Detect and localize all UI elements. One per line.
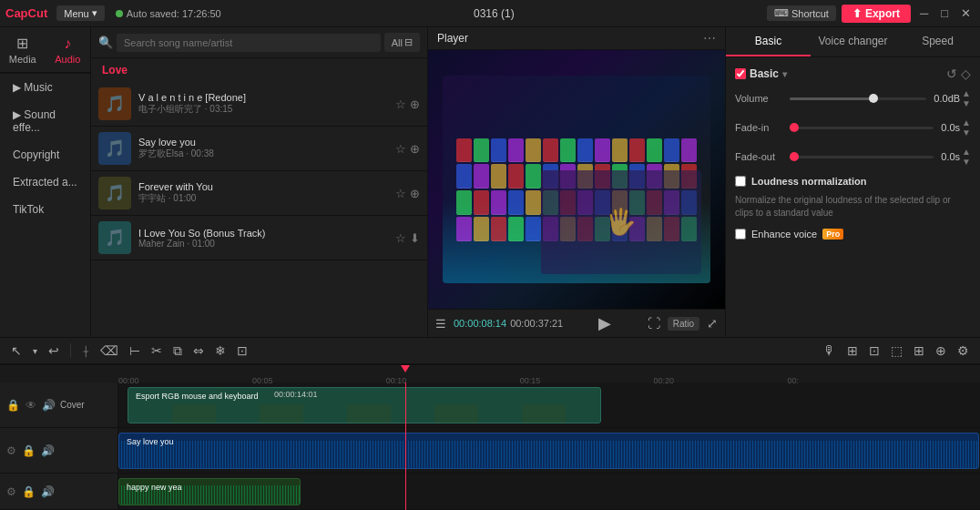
favorite-button[interactable]: ☆ bbox=[395, 97, 406, 111]
fullscreen-icon[interactable]: ⛶ bbox=[648, 316, 660, 331]
split-button[interactable]: ⟊ bbox=[78, 342, 93, 360]
track-settings-button[interactable]: ⚙ bbox=[5, 484, 17, 499]
playhead-triangle bbox=[401, 365, 410, 372]
fade-in-value-text: 0.0s bbox=[941, 122, 960, 133]
play-button[interactable]: ▶ bbox=[598, 313, 611, 333]
spin-up-icon[interactable]: ▲ bbox=[962, 147, 971, 157]
menu-arrow-icon: ▾ bbox=[92, 7, 97, 19]
track-body-video[interactable]: Esport RGB mouse and keyboard 00:00:14:0… bbox=[118, 382, 980, 427]
tab-speed[interactable]: Speed bbox=[895, 27, 980, 56]
track-settings-button[interactable]: ⚙ bbox=[5, 444, 17, 458]
timeline-settings-button[interactable]: ⚙ bbox=[954, 342, 973, 360]
tab-voice-changer[interactable]: Voice changer bbox=[811, 27, 895, 56]
add-button[interactable]: ⊕ bbox=[410, 187, 420, 200]
video-clip[interactable]: Esport RGB mouse and keyboard 00:00:14:0… bbox=[128, 387, 601, 423]
sidebar-item-extracted[interactable]: Extracted a... bbox=[0, 168, 90, 196]
list-item[interactable]: 🎵 I Love You So (Bonus Track) Maher Zain… bbox=[91, 216, 427, 260]
magnet-button[interactable]: ⊡ bbox=[865, 342, 883, 360]
copy-params-button[interactable]: ◇ bbox=[961, 66, 971, 81]
favorite-button[interactable]: ☆ bbox=[395, 187, 406, 200]
freeze-button[interactable]: ❄ bbox=[211, 342, 230, 360]
sidebar-item-copyright[interactable]: Copyright bbox=[0, 141, 90, 168]
track-lock-button[interactable]: 🔒 bbox=[5, 398, 21, 413]
favorite-button[interactable]: ☆ bbox=[395, 142, 406, 156]
list-item[interactable]: 🎵 Forever with You 宇宇站 · 01:00 ☆ ⊕ bbox=[91, 171, 427, 216]
enhance-checkbox[interactable] bbox=[735, 229, 746, 240]
spin-down-icon[interactable]: ▼ bbox=[962, 128, 971, 138]
fade-in-thumb[interactable] bbox=[790, 123, 799, 132]
filter-icon: ⊟ bbox=[404, 36, 413, 48]
mic-button[interactable]: 🎙 bbox=[820, 342, 840, 360]
spin-up-icon[interactable]: ▲ bbox=[962, 117, 971, 128]
menu-button[interactable]: Menu ▾ bbox=[56, 5, 105, 21]
export-button[interactable]: ⬆ Export bbox=[842, 5, 911, 23]
track-body-audio1[interactable]: Say love you bbox=[118, 428, 980, 473]
spin-up-icon[interactable]: ▲ bbox=[962, 88, 971, 98]
clip-label: Esport RGB mouse and keyboard bbox=[132, 390, 262, 403]
track-body-audio2[interactable]: happy new yea bbox=[118, 474, 980, 509]
track-sound-button[interactable]: 🔊 bbox=[40, 484, 56, 499]
search-input[interactable] bbox=[117, 34, 381, 52]
shortcut-button[interactable]: ⌨ Shortcut bbox=[767, 5, 836, 21]
tab-audio[interactable]: ♪ Audio bbox=[46, 27, 91, 73]
delete-button[interactable]: ⌫ bbox=[97, 342, 122, 360]
reset-button[interactable]: ↺ bbox=[946, 66, 957, 81]
add-button[interactable]: ⊕ bbox=[410, 142, 420, 156]
fade-out-value-text: 0.0s bbox=[941, 151, 960, 162]
fade-out-spinner[interactable]: ▲ ▼ bbox=[962, 147, 971, 167]
sidebar-item-music[interactable]: ▶ Music bbox=[0, 74, 90, 101]
download-button[interactable]: ⬇ bbox=[410, 231, 420, 245]
copy-button[interactable]: ⧉ bbox=[169, 342, 186, 361]
fade-out-slider[interactable] bbox=[790, 149, 934, 164]
close-button[interactable]: ✕ bbox=[957, 6, 975, 20]
add-button[interactable]: ⊕ bbox=[410, 97, 420, 111]
volume-thumb[interactable] bbox=[869, 94, 878, 103]
playlist-icon[interactable]: ☰ bbox=[435, 317, 446, 331]
spin-down-icon[interactable]: ▼ bbox=[962, 157, 971, 167]
fade-in-spinner[interactable]: ▲ ▼ bbox=[962, 117, 971, 138]
list-item[interactable]: 🎵 V a l e n t i n e [Redone] 电子小组听完了 · 0… bbox=[91, 82, 427, 127]
zoom-in-button[interactable]: ⊕ bbox=[932, 342, 950, 360]
track-sound-button[interactable]: 🔊 bbox=[41, 398, 56, 413]
sidebar-item-tiktok[interactable]: TikTok bbox=[0, 196, 90, 223]
spin-down-icon[interactable]: ▼ bbox=[962, 98, 971, 108]
restore-button[interactable]: □ bbox=[937, 6, 952, 20]
link-button[interactable]: ⊞ bbox=[843, 342, 862, 360]
basic-checkbox[interactable] bbox=[735, 68, 746, 79]
pip-button[interactable]: ⬚ bbox=[887, 342, 906, 360]
player-menu-button[interactable]: ⋯ bbox=[703, 31, 716, 46]
loudness-checkbox[interactable] bbox=[735, 176, 746, 187]
select-arrow-button[interactable]: ▾ bbox=[29, 344, 41, 358]
track-lock-button[interactable]: 🔒 bbox=[21, 484, 36, 499]
tab-basic[interactable]: Basic bbox=[726, 27, 811, 56]
loudness-label: Loudness normalization bbox=[751, 176, 867, 187]
select-tool-button[interactable]: ↖ bbox=[7, 342, 26, 360]
track-lock-button[interactable]: 🔒 bbox=[21, 444, 36, 458]
mirror-button[interactable]: ⇔ bbox=[189, 342, 208, 360]
fade-in-slider[interactable] bbox=[790, 120, 934, 135]
volume-spinner[interactable]: ▲ ▼ bbox=[962, 88, 971, 108]
grid-button[interactable]: ⊞ bbox=[910, 342, 928, 360]
volume-slider[interactable] bbox=[790, 91, 926, 106]
favorite-button[interactable]: ☆ bbox=[395, 231, 406, 245]
list-item[interactable]: 🎵 Say love you 罗艺歌Elsa · 00:38 ☆ ⊕ bbox=[91, 127, 427, 171]
ratio-button[interactable]: Ratio bbox=[668, 317, 699, 331]
song-info: Forever with You 宇宇站 · 01:00 bbox=[138, 181, 388, 205]
audio-clip[interactable]: Say love you bbox=[118, 433, 979, 469]
clip-time: 00:00:14:01 bbox=[274, 390, 318, 399]
undo-button[interactable]: ↩ bbox=[45, 342, 63, 360]
trim-button[interactable]: ⊢ bbox=[126, 342, 144, 360]
export-icon: ⬆ bbox=[852, 7, 862, 20]
cut-button[interactable]: ✂ bbox=[148, 342, 166, 360]
audio-clip-2[interactable]: happy new yea bbox=[118, 478, 301, 505]
track-sound-button[interactable]: 🔊 bbox=[40, 444, 56, 458]
tab-media[interactable]: ⊞ Media bbox=[0, 27, 46, 73]
basic-section-header: Basic ▾ ↺ ◇ bbox=[735, 66, 971, 81]
all-filter-button[interactable]: All ⊟ bbox=[384, 33, 420, 52]
sidebar-item-sound-effects[interactable]: ▶ Sound effe... bbox=[0, 101, 90, 141]
fade-out-thumb[interactable] bbox=[790, 152, 799, 161]
minimize-button[interactable]: ─ bbox=[916, 6, 932, 20]
track-eye-button[interactable]: 👁 bbox=[25, 398, 37, 413]
crop-button[interactable]: ⊡ bbox=[233, 342, 251, 360]
expand-button[interactable]: ⤢ bbox=[707, 316, 718, 331]
